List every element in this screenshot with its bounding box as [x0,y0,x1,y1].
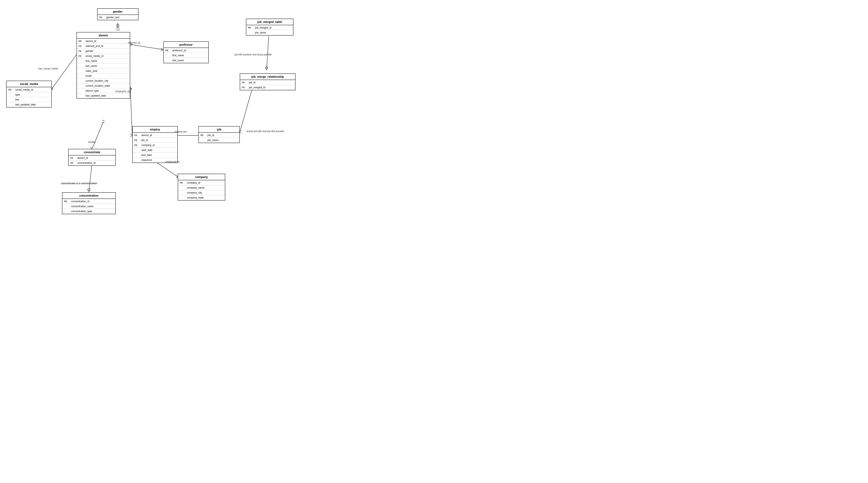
alumni-row-11: last_updated_date [77,93,130,98]
table-employ: employ FK alumni_id FK job_id FK company… [132,126,178,163]
professor-row-0: PK professor_id [164,48,208,53]
table-company-title: company [178,174,225,180]
svg-line-6 [130,44,132,46]
svg-line-10 [52,55,76,89]
table-professor-title: professor [164,42,208,48]
social-media-row-3: last_updated_date [7,102,51,107]
svg-line-11 [52,88,53,89]
concentration-row-0: PK concentration_id [62,199,115,204]
concentrate-row-1: FK concentration_id [69,160,115,165]
employ-row-3: start_date [133,148,177,153]
company-row-0: PK company_id [178,180,225,185]
svg-line-7 [161,48,163,50]
svg-line-26 [89,163,92,192]
svg-line-8 [161,50,163,51]
svg-line-20 [131,135,132,137]
alumni-row-7: email [77,73,130,78]
professor-row-1: first_name [164,53,208,58]
label-referred-by: referred_by [128,41,140,44]
table-gender-title: gender [97,9,138,15]
label-employ-job: employ-job [175,130,187,133]
label-employed-by: employed_by [115,90,130,93]
alumni-row-3: FK social_media_id [77,54,130,59]
alumni-row-1: FK referred_prof_id [77,43,130,49]
employ-row-0: FK alumni_id [133,133,177,138]
employ-row-4: end_date [133,153,177,157]
table-job-title: job [199,126,239,133]
table-employ-title: employ [133,126,177,133]
label-studies: studies [88,141,96,144]
job-merged-row-0: PK job_merged_id [246,25,293,30]
svg-line-43 [240,89,252,132]
table-alumni-title: alumni [77,32,130,39]
table-company: company PK company_id company_name compa… [178,174,225,201]
company-row-2: company_city [178,190,225,195]
job-row-0: PK job_id [199,133,239,138]
table-gender-row-1: PK gender_text [97,15,138,20]
svg-point-27 [88,188,90,191]
table-social-media-title: social_media [7,81,51,87]
alumni-row-4: first_name [77,59,130,63]
table-social-media: social_media PK social_media_id type lin… [6,81,52,108]
social-media-row-1: type [7,92,51,97]
table-job-merge-rel-title: job_merge_relationship [240,74,295,80]
label-concentrate-in: concentrate in a concentration [61,182,97,185]
table-concentrate: concentrate FK alumni_id FK concentratio… [68,149,116,166]
label-employed-by-company: employed-by [165,160,180,163]
professor-row-2: last_name [164,58,208,63]
svg-line-4 [130,44,163,50]
field-gender_text: gender_text [106,16,136,19]
table-concentrate-title: concentrate [69,149,115,155]
employ-row-1: FK job_id [133,138,177,143]
svg-point-3 [117,24,119,27]
svg-line-21 [92,122,103,149]
alumni-row-8: current_location_city [77,78,130,83]
job-merged-row-1: job_name [246,30,293,35]
svg-line-16 [130,87,132,135]
svg-line-12 [52,89,53,90]
table-concentration: concentration PK concentration_id concen… [62,192,116,214]
job-merge-rel-row-0: FK job_id [240,80,295,85]
company-row-1: company_name [178,185,225,190]
alumni-row-9: current_location_state [77,83,130,88]
job-row-1: job_name [199,138,239,143]
key-pk: PK [99,16,105,19]
table-job-merged: job_merged_table PK job_merged_id job_na… [246,19,293,36]
social-media-row-2: link [7,97,51,102]
concentration-row-1: concentration_name [62,204,115,209]
job-merge-rel-row-1: FK job_merged_id [240,85,295,90]
table-job-merge-rel: job_merge_relationship FK job_id FK job_… [240,73,296,90]
connectors-svg [0,0,868,483]
svg-point-41 [266,67,268,69]
label-job-title-buckets: job title buckets and actua job title [235,53,272,56]
social-media-row-0: PK social_media_id [7,87,51,92]
label-actual-job-title: actual job title and job title buckets [247,130,284,133]
label-has-social-media: has_social_media [38,67,58,70]
alumni-row-2: FK gender [77,49,130,54]
svg-line-22 [90,147,92,149]
svg-line-19 [131,134,132,135]
svg-line-35 [155,161,178,177]
alumni-row-0: PK alumni_id [77,39,130,43]
table-alumni: alumni PK alumni_id FK referred_prof_id … [76,32,130,99]
alumni-row-6: class_year [77,68,130,73]
svg-line-37 [176,177,178,178]
table-professor: professor PK professor_id first_name las… [163,41,209,63]
concentration-row-2: concentration_type [62,209,115,214]
svg-line-36 [176,175,178,177]
table-job-merged-title: job_merged_table [246,19,293,25]
er-diagram: gender PK gender_text alumni PK alumni_i… [0,0,868,483]
table-job: job PK job_id job_name [198,126,240,143]
company-row-3: company_state [178,195,225,200]
employ-row-2: FK company_id [133,143,177,148]
alumni-row-5: last_name [77,63,130,68]
table-gender: gender PK gender_text [97,8,138,20]
table-concentration-title: concentration [62,193,115,199]
concentrate-row-0: FK alumni_id [69,155,115,160]
